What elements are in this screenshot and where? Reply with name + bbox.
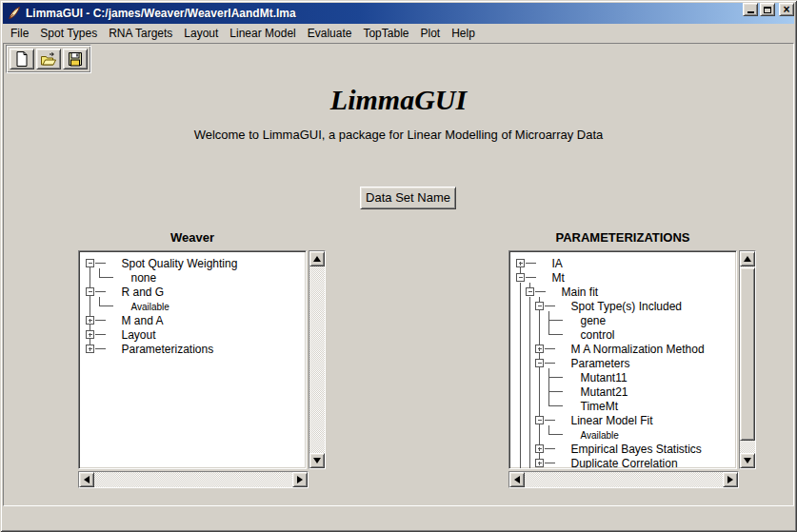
open-folder-icon xyxy=(40,50,57,68)
scroll-left-button[interactable] xyxy=(509,472,525,487)
tree-item[interactable]: Available xyxy=(581,430,620,441)
parameterizations-tree-box: IAMtMain fitSpot Type(s) Includedgenecon… xyxy=(508,250,737,469)
menu-item-spot-types[interactable]: Spot Types xyxy=(34,25,103,42)
arrow-up-icon xyxy=(744,256,751,262)
scroll-down-button[interactable] xyxy=(740,453,755,468)
minimize-button[interactable] xyxy=(743,3,758,16)
tree-item[interactable]: Spot Quality Weighting xyxy=(122,257,238,270)
maximize-icon xyxy=(764,7,771,13)
save-file-button[interactable] xyxy=(63,49,88,69)
limmagui-window: LimmaGUI - C:/james/Weaver/WeaverIAandMt… xyxy=(0,0,797,532)
arrow-left-icon xyxy=(514,476,520,483)
menu-item-evaluate[interactable]: Evaluate xyxy=(302,25,358,42)
minimize-icon xyxy=(747,11,754,13)
tree-item[interactable]: none xyxy=(131,271,157,285)
tree-item[interactable]: M and A xyxy=(122,314,164,327)
arrow-right-icon xyxy=(727,476,733,483)
tree-item[interactable]: control xyxy=(581,328,615,342)
tree-item[interactable]: Parameters xyxy=(571,357,630,370)
arrow-up-icon xyxy=(313,256,321,262)
menu-bar: FileSpot TypesRNA TargetsLayoutLinear Mo… xyxy=(3,24,794,42)
parameterizations-vertical-scrollbar[interactable] xyxy=(739,250,756,469)
new-document-icon xyxy=(13,50,30,68)
titlebar: LimmaGUI - C:/james/Weaver/WeaverIAandMt… xyxy=(3,3,794,24)
tree-item[interactable]: Main fit xyxy=(562,286,599,299)
tree-item[interactable]: gene xyxy=(581,314,607,327)
data-set-name-button[interactable]: Data Set Name xyxy=(360,187,456,209)
arrow-right-icon xyxy=(297,476,303,483)
scroll-left-button[interactable] xyxy=(79,472,94,487)
scroll-right-button[interactable] xyxy=(292,472,308,487)
weaver-tree-box: Spot Quality WeightingnoneR and GAvailab… xyxy=(78,250,307,469)
arrow-left-icon xyxy=(84,476,90,483)
tree-item[interactable]: Mutant21 xyxy=(581,385,628,399)
close-button[interactable]: × xyxy=(779,3,794,16)
scrollbar-thumb[interactable] xyxy=(740,267,755,441)
arrow-down-icon xyxy=(313,458,321,463)
menu-item-file[interactable]: File xyxy=(5,25,34,42)
arrow-down-icon xyxy=(744,458,751,463)
tree-item[interactable]: Mt xyxy=(552,271,566,285)
tree: IAMtMain fitSpot Type(s) Includedgenecon… xyxy=(511,253,736,468)
save-floppy-icon xyxy=(67,50,84,68)
open-file-button[interactable] xyxy=(36,49,61,69)
menu-item-layout[interactable]: Layout xyxy=(178,25,224,42)
menu-item-help[interactable]: Help xyxy=(446,25,481,42)
toolbar xyxy=(6,45,91,73)
scroll-right-button[interactable] xyxy=(723,472,738,487)
tree-item[interactable]: Duplicate Correlation xyxy=(571,457,678,469)
maximize-button[interactable] xyxy=(760,3,775,16)
menu-item-plot[interactable]: Plot xyxy=(414,25,446,42)
weaver-horizontal-scrollbar[interactable] xyxy=(78,471,309,488)
close-icon: × xyxy=(780,4,793,15)
page-title: LimmaGUI xyxy=(4,84,793,116)
tree-item[interactable]: R and G xyxy=(122,286,165,299)
menu-item-toptable[interactable]: TopTable xyxy=(357,25,414,42)
tree-item[interactable]: Mutant11 xyxy=(581,371,628,384)
menu-item-rna-targets[interactable]: RNA Targets xyxy=(103,25,178,42)
parameterizations-horizontal-scrollbar[interactable] xyxy=(508,471,739,488)
content-area: LimmaGUI Welcome to LimmaGUI, a package … xyxy=(3,43,794,506)
tree-item[interactable]: Layout xyxy=(122,328,157,342)
parameterizations-panel-label: PARAMETERIZATIONS xyxy=(508,230,737,245)
tree-item[interactable]: Parameterizations xyxy=(122,343,214,356)
tree-item[interactable]: Available xyxy=(131,302,170,312)
tree-item[interactable]: Linear Model Fit xyxy=(571,414,654,427)
tree-item[interactable]: M A Normalization Method xyxy=(571,343,705,356)
scroll-down-button[interactable] xyxy=(309,453,325,468)
new-file-button[interactable] xyxy=(10,49,34,69)
tree-item[interactable]: Spot Type(s) Included xyxy=(571,300,683,313)
tree: Spot Quality WeightingnoneR and GAvailab… xyxy=(81,253,306,468)
menu-item-linear-model[interactable]: Linear Model xyxy=(224,25,301,42)
weaver-vertical-scrollbar[interactable] xyxy=(309,250,326,469)
page-subtitle: Welcome to LimmaGUI, a package for Linea… xyxy=(4,128,793,142)
tree-item[interactable]: IA xyxy=(552,257,563,270)
tree-item[interactable]: Empirical Bayes Statistics xyxy=(571,443,702,456)
window-title: LimmaGUI - C:/james/Weaver/WeaverIAandMt… xyxy=(26,7,296,20)
app-feather-icon xyxy=(7,6,22,21)
tree-item[interactable]: TimeMt xyxy=(581,400,619,413)
window-controls: × xyxy=(741,3,794,16)
scroll-up-button[interactable] xyxy=(309,251,325,266)
weaver-panel-label: Weaver xyxy=(78,230,307,245)
scroll-up-button[interactable] xyxy=(740,251,755,266)
